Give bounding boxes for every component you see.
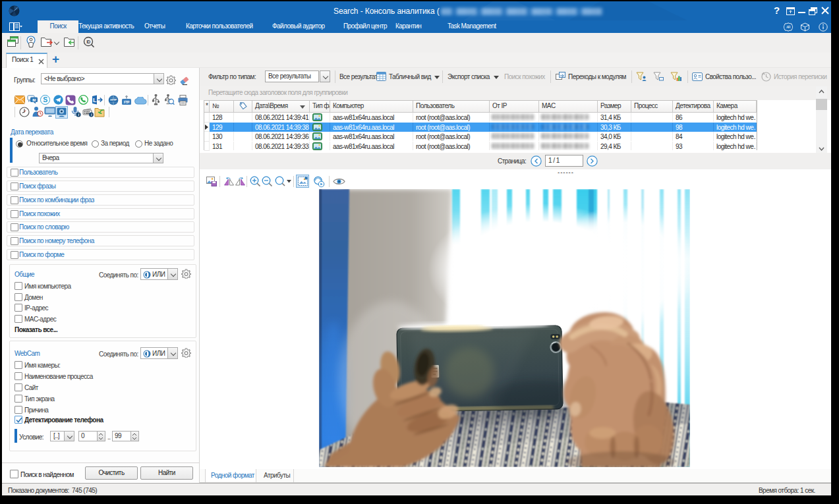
svg-text:ID: ID [86,40,90,44]
svg-text:FTP: FTP [124,100,130,104]
svg-text:IM: IM [32,98,36,102]
svg-text:S: S [43,96,47,103]
svg-text:HTTP: HTTP [110,98,117,101]
svg-text:AFI: AFI [786,26,790,29]
